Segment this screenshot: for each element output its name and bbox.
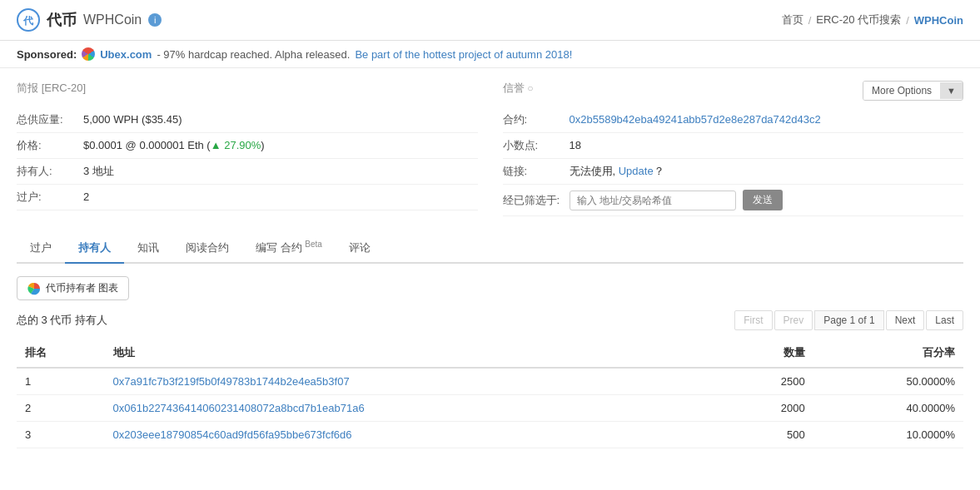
contract-link[interactable]: 0x2b5589b42eba49241abb57d2e8e287da742d43… [570, 113, 821, 126]
price-change: ▲ 27.90% [211, 139, 261, 151]
col-rank: 排名 [17, 339, 105, 368]
prev-page-button[interactable]: Prev [774, 310, 813, 330]
filter-controls: 发送 [570, 190, 783, 210]
holders-row: 持有人: 3 地址 [17, 159, 478, 185]
tabs-bar: 过户 持有人 知讯 阅读合约 编写 合约 Beta 评论 [17, 233, 963, 264]
address-link[interactable]: 0x061b227436414060231408072a8bcd7b1eab71… [113, 402, 365, 414]
pagination-controls: First Prev Page 1 of 1 Next Last [734, 310, 963, 330]
website-row: 链接: 无法使用, Update？ [503, 159, 964, 185]
chart-button[interactable]: 代币持有者 图表 [17, 276, 129, 300]
price-label: 价格: [17, 138, 83, 153]
cell-rank: 3 [17, 422, 105, 448]
last-page-button[interactable]: Last [926, 310, 963, 330]
tab-read-contract[interactable]: 阅读合约 [172, 234, 242, 264]
nav-current[interactable]: WPHCoin [914, 14, 963, 27]
tab-transfers[interactable]: 过户 [17, 234, 65, 264]
pie-chart-icon [27, 282, 41, 295]
price-row: 价格: $0.0001 @ 0.000001 Eth (▲ 27.90%) [17, 133, 478, 159]
website-value: 无法使用, Update？ [570, 164, 664, 179]
decimals-value: 18 [570, 139, 581, 151]
cell-percent: 50.0000% [813, 368, 963, 395]
header: 代 代币 WPHCoin i 首页 / ERC-20 代币搜索 / WPHCoi… [0, 0, 980, 41]
contract-row: 合约: 0x2b5589b42eba49241abb57d2e8e287da74… [503, 107, 964, 133]
sponsored-desc: - 97% hardcap reached. Alpha released. [157, 48, 350, 61]
holders-label: 持有人: [17, 164, 83, 179]
svg-text:代: 代 [22, 15, 34, 27]
cell-address: 0x061b227436414060231408072a8bcd7b1eab71… [105, 395, 720, 422]
ubex-logo-icon [82, 47, 95, 61]
cell-rank: 2 [17, 395, 105, 422]
transfers-label: 过户: [17, 190, 83, 205]
supply-value: 5,000 WPH ($35.45) [83, 113, 182, 126]
price-value: $0.0001 @ 0.000001 Eth (▲ 27.90%) [83, 139, 265, 151]
transfers-row: 过户: 2 [17, 185, 478, 210]
holders-section: 代币持有者 图表 总的 3 代币 持有人 First Prev Page 1 o… [17, 276, 963, 448]
holders-count: 总的 3 代币 持有人 [17, 313, 107, 328]
cell-percent: 10.0000% [813, 422, 963, 448]
cell-rank: 1 [17, 368, 105, 395]
header-left: 代 代币 WPHCoin i [17, 8, 162, 32]
contract-label: 合约: [503, 112, 570, 127]
left-section-title: 简报 [ERC-20] [17, 81, 478, 99]
filter-label: 经已筛选于: [503, 193, 570, 208]
page-info: Page 1 of 1 [814, 310, 883, 330]
first-page-button[interactable]: First [734, 310, 772, 330]
tab-holders[interactable]: 持有人 [65, 234, 124, 264]
update-link[interactable]: Update [619, 165, 654, 177]
table-row: 3 0x203eee18790854c60ad9fd56fa95bbe673fc… [17, 422, 963, 448]
cell-address: 0x203eee18790854c60ad9fd56fa95bbe673fcf6… [105, 422, 720, 448]
filter-submit-button[interactable]: 发送 [743, 190, 783, 210]
address-link[interactable]: 0x7a91fc7b3f219f5b0f49783b1744b2e4ea5b3f… [113, 375, 350, 388]
nav-home[interactable]: 首页 [782, 12, 803, 27]
table-body: 1 0x7a91fc7b3f219f5b0f49783b1744b2e4ea5b… [17, 368, 963, 448]
cell-amount: 500 [720, 422, 813, 448]
nav-sep2: / [906, 14, 909, 27]
table-header: 排名 地址 数量 百分率 [17, 339, 963, 368]
info-grid: 简报 [ERC-20] 总供应量: 5,000 WPH ($35.45) 价格:… [17, 81, 963, 216]
app-name: WPHCoin [83, 12, 142, 27]
sponsored-site[interactable]: Ubex.com [100, 48, 152, 61]
supply-row: 总供应量: 5,000 WPH ($35.45) [17, 107, 478, 133]
more-options-button[interactable]: More Options ▼ [863, 81, 963, 101]
col-percent: 百分率 [813, 339, 963, 368]
info-icon[interactable]: i [148, 13, 162, 27]
contract-value: 0x2b5589b42eba49241abb57d2e8e287da742d43… [570, 113, 821, 126]
logo-text: 代币 [47, 10, 77, 30]
next-page-button[interactable]: Next [886, 310, 925, 330]
cell-percent: 40.0000% [813, 395, 963, 422]
tab-write-contract[interactable]: 编写 合约 Beta [242, 233, 336, 264]
nav-erc20[interactable]: ERC-20 代币搜索 [816, 12, 901, 27]
header-nav: 首页 / ERC-20 代币搜索 / WPHCoin [782, 12, 963, 27]
cell-address: 0x7a91fc7b3f219f5b0f49783b1744b2e4ea5b3f… [105, 368, 720, 395]
right-panel: 信誉 ○ More Options ▼ 合约: 0x2b5589b42eba49… [503, 81, 964, 216]
decimals-row: 小数点: 18 [503, 133, 964, 159]
tab-info[interactable]: 知讯 [124, 234, 172, 264]
tab-comments[interactable]: 评论 [336, 234, 384, 264]
holders-value: 3 地址 [83, 164, 114, 179]
sponsored-label: Sponsored: [17, 48, 77, 61]
supply-label: 总供应量: [17, 112, 83, 127]
website-label: 链接: [503, 164, 570, 179]
logo-icon: 代 [17, 8, 40, 32]
more-options-label: More Options [863, 82, 940, 100]
pagination-row: 总的 3 代币 持有人 First Prev Page 1 of 1 Next … [17, 310, 963, 330]
sponsored-bar: Sponsored: Ubex.com - 97% hardcap reache… [0, 41, 980, 68]
address-link[interactable]: 0x203eee18790854c60ad9fd56fa95bbe673fcf6… [113, 428, 352, 441]
sponsored-cta[interactable]: Be part of the hottest project of autumn… [355, 48, 572, 61]
decimals-label: 小数点: [503, 138, 570, 153]
transfers-value: 2 [83, 191, 89, 203]
filter-row: 经已筛选于: 发送 [503, 185, 964, 216]
filter-input[interactable] [570, 191, 736, 210]
beta-badge: Beta [305, 240, 322, 249]
left-panel: 简报 [ERC-20] 总供应量: 5,000 WPH ($35.45) 价格:… [17, 81, 478, 216]
chart-button-label: 代币持有者 图表 [46, 281, 118, 295]
cell-amount: 2500 [720, 368, 813, 395]
more-options-arrow-icon: ▼ [940, 82, 963, 99]
holders-table: 排名 地址 数量 百分率 1 0x7a91fc7b3f219f5b0f49783… [17, 339, 963, 448]
col-address: 地址 [105, 339, 720, 368]
col-amount: 数量 [720, 339, 813, 368]
table-row: 2 0x061b227436414060231408072a8bcd7b1eab… [17, 395, 963, 422]
table-row: 1 0x7a91fc7b3f219f5b0f49783b1744b2e4ea5b… [17, 368, 963, 395]
nav-sep1: / [808, 14, 812, 27]
main-content: 简报 [ERC-20] 总供应量: 5,000 WPH ($35.45) 价格:… [0, 68, 980, 461]
